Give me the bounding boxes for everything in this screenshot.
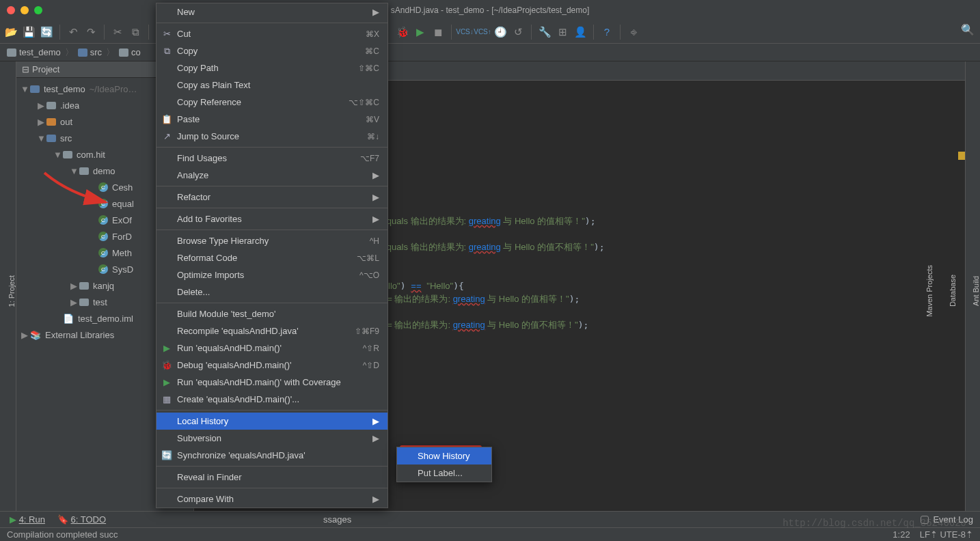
clipboard-icon: 📋 bbox=[161, 114, 173, 124]
exit-icon[interactable]: ⎆ bbox=[627, 25, 640, 39]
menu-reveal[interactable]: Reveal in Finder bbox=[156, 469, 387, 486]
menu-copy-plain[interactable]: Copy as Plain Text bbox=[156, 77, 387, 94]
structure-icon[interactable]: ⊞ bbox=[556, 25, 569, 39]
menu-copy-ref[interactable]: Copy Reference⌥⇧⌘C bbox=[156, 94, 387, 111]
coverage-icon[interactable]: ▶ bbox=[413, 25, 427, 39]
main-toolbar: 📂 💾 🔄 ↶ ↷ ✂ ⧉ ▶ 🐞 ▶ ◼ VCS↓ VCS↑ 🕘 ↺ 🔧 ⊞ … bbox=[0, 20, 980, 44]
right-tool-strip: Ant Build Database Maven Projects bbox=[965, 61, 980, 514]
watermark: http://blog.csdn.net/qq_35246620 bbox=[782, 518, 966, 529]
menu-local-history[interactable]: Local History▶ bbox=[156, 413, 387, 430]
tab-maven[interactable]: Maven Projects bbox=[925, 265, 934, 317]
menu-run[interactable]: ▶Run 'equalsAndHD.main()'^⇧R bbox=[156, 339, 387, 357]
menu-create-run[interactable]: ▦Create 'equalsAndHD.main()'... bbox=[156, 391, 387, 408]
tab-project[interactable]: 1: Project bbox=[8, 275, 16, 307]
zoom-window-icon[interactable] bbox=[34, 6, 42, 14]
tab-database[interactable]: Database bbox=[949, 275, 957, 307]
menu-show-history[interactable]: Show History bbox=[397, 447, 491, 464]
copy-icon: ⧉ bbox=[161, 46, 173, 57]
sync-icon[interactable]: 🔄 bbox=[40, 25, 53, 39]
help-icon[interactable]: ? bbox=[600, 25, 614, 39]
sync-icon: 🔄 bbox=[161, 450, 173, 460]
close-window-icon[interactable] bbox=[7, 6, 15, 14]
breadcrumb-item[interactable]: test_demo bbox=[7, 47, 61, 57]
stop-icon[interactable]: ◼ bbox=[431, 25, 445, 39]
minimize-window-icon[interactable] bbox=[21, 6, 29, 14]
menu-build[interactable]: Build Module 'test_demo' bbox=[156, 305, 387, 322]
run-tool[interactable]: ▶ 4: Run bbox=[10, 514, 45, 525]
menu-put-label[interactable]: Put Label... bbox=[397, 464, 491, 482]
breadcrumb-item[interactable]: src bbox=[78, 47, 102, 57]
open-icon[interactable]: 📂 bbox=[4, 25, 18, 39]
revert-icon[interactable]: ↺ bbox=[511, 25, 525, 39]
menu-new[interactable]: New▶ bbox=[156, 3, 387, 20]
menu-recompile[interactable]: Recompile 'equalsAndHD.java'⇧⌘F9 bbox=[156, 322, 387, 339]
titlebar: sAndHD.java - test_demo - [~/IdeaProject… bbox=[0, 0, 980, 20]
jump-icon: ↗ bbox=[161, 131, 173, 141]
bug-icon: 🐞 bbox=[161, 360, 173, 370]
save-icon[interactable]: 💾 bbox=[22, 25, 36, 39]
gutter-warning-icon bbox=[958, 152, 965, 160]
menu-subversion[interactable]: Subversion▶ bbox=[156, 430, 387, 447]
settings-icon[interactable]: 🔧 bbox=[538, 25, 552, 39]
menu-browse-hierarchy[interactable]: Browse Type Hierarchy^H bbox=[156, 232, 387, 249]
create-icon: ▦ bbox=[161, 394, 173, 404]
menu-paste[interactable]: 📋Paste⌘V bbox=[156, 111, 387, 128]
tab-ant[interactable]: Ant Build bbox=[972, 276, 980, 306]
menu-synchronize[interactable]: 🔄Synchronize 'equalsAndHD.java' bbox=[156, 447, 387, 464]
menu-delete[interactable]: Delete... bbox=[156, 283, 387, 301]
redo-icon[interactable]: ↷ bbox=[84, 25, 98, 39]
status-bar: Compilation completed succ 1:22LF⇡ UTE-8… bbox=[0, 527, 980, 541]
breadcrumb: test_demo〉 src〉 co bbox=[0, 44, 980, 61]
vcs-commit-icon[interactable]: VCS↑ bbox=[476, 25, 489, 39]
menu-reformat[interactable]: Reformat Code⌥⌘L bbox=[156, 249, 387, 266]
menu-favorites[interactable]: Add to Favorites▶ bbox=[156, 210, 387, 227]
window-title: sAndHD.java - test_demo - [~/IdeaProject… bbox=[391, 5, 589, 15]
menu-copy-path[interactable]: Copy Path⇧⌘C bbox=[156, 59, 387, 77]
copy-icon[interactable]: ⧉ bbox=[128, 25, 142, 39]
menu-refactor[interactable]: Refactor▶ bbox=[156, 189, 387, 206]
todo-tool[interactable]: 🔖 6: TODO bbox=[57, 514, 106, 525]
debug-icon[interactable]: 🐞 bbox=[396, 25, 409, 39]
menu-cut[interactable]: ✂Cut⌘X bbox=[156, 25, 387, 42]
breadcrumb-item[interactable]: co bbox=[119, 47, 141, 57]
play-icon: ▶ bbox=[161, 343, 173, 353]
undo-icon[interactable]: ↶ bbox=[66, 25, 80, 39]
play-shield-icon: ▶ bbox=[161, 377, 173, 387]
scissors-icon: ✂ bbox=[161, 29, 173, 39]
left-tool-strip: 1: Project 7: Structure 2: Favorites bbox=[0, 61, 16, 514]
search-icon[interactable]: 🔍 bbox=[961, 23, 975, 36]
status-message: Compilation completed succ bbox=[7, 529, 118, 540]
menu-compare[interactable]: Compare With▶ bbox=[156, 490, 387, 508]
menu-coverage[interactable]: ▶Run 'equalsAndHD.main()' with Coverage bbox=[156, 374, 387, 391]
sdk-icon[interactable]: 👤 bbox=[573, 25, 587, 39]
context-menu[interactable]: New▶ ✂Cut⌘X ⧉Copy⌘C Copy Path⇧⌘C Copy as… bbox=[156, 3, 388, 508]
menu-copy[interactable]: ⧉Copy⌘C bbox=[156, 42, 387, 59]
cut-icon[interactable]: ✂ bbox=[111, 25, 124, 39]
vcs-update-icon[interactable]: VCS↓ bbox=[458, 25, 472, 39]
history-icon[interactable]: 🕘 bbox=[493, 25, 507, 39]
menu-optimize[interactable]: Optimize Imports^⌥O bbox=[156, 266, 387, 283]
menu-jump[interactable]: ↗Jump to Source⌘↓ bbox=[156, 128, 387, 145]
menu-debug[interactable]: 🐞Debug 'equalsAndHD.main()'^⇧D bbox=[156, 357, 387, 374]
context-submenu[interactable]: Show History Put Label... bbox=[396, 447, 492, 482]
menu-analyze[interactable]: Analyze▶ bbox=[156, 167, 387, 184]
menu-find-usages[interactable]: Find Usages⌥F7 bbox=[156, 150, 387, 167]
